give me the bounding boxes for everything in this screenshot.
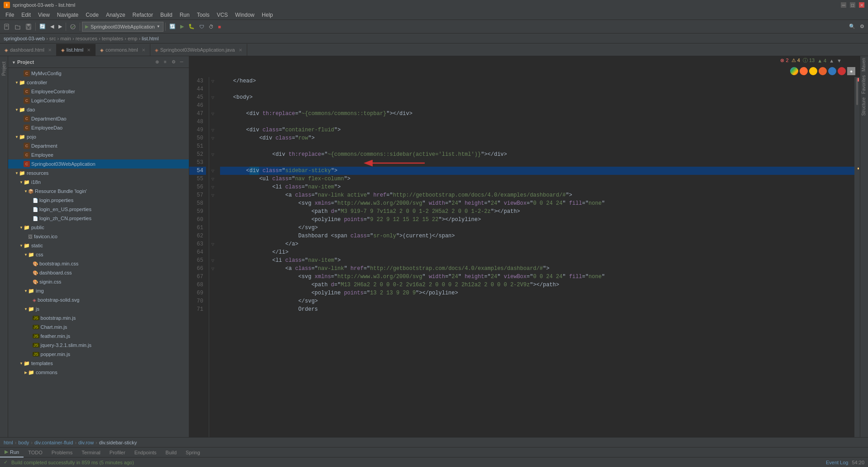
code-content[interactable]: </head> <body> <div th:replace="~{common… (216, 77, 860, 437)
back-button[interactable]: ◀ (48, 22, 56, 32)
breadcrumb-item-src[interactable]: src (49, 36, 56, 41)
tree-item-login-props[interactable]: 📄 login.properties (8, 196, 189, 205)
bb-html[interactable]: html (4, 440, 13, 445)
scroll-up-icon[interactable]: ▲ (829, 58, 834, 63)
scroll-down-icon[interactable]: ▼ (837, 58, 842, 63)
browser-icon-1[interactable] (790, 67, 798, 75)
fold-btn-52[interactable]: ▽ (209, 150, 216, 159)
search-everywhere-button[interactable]: 🔍 (847, 22, 857, 32)
tree-item-chart-js[interactable]: JS Chart.min.js (8, 323, 189, 332)
fold-btn-55[interactable]: ▽ (209, 175, 216, 183)
tree-item-feather-js[interactable]: JS feather.min.js (8, 332, 189, 341)
fold-btn-43[interactable]: ▽ (209, 77, 216, 85)
breadcrumb-item-project[interactable]: springboot-03-web (4, 36, 45, 41)
tree-item-logincontroller[interactable]: C LoginController (8, 96, 189, 105)
menu-analyze[interactable]: Analyze (102, 11, 129, 19)
tree-item-controller[interactable]: ▼ 📁 controller (8, 78, 189, 87)
tree-item-mymvcconfig[interactable]: C MyMvcConfig (8, 69, 189, 78)
menu-help[interactable]: Help (258, 11, 277, 19)
favorites-panel-button[interactable]: Favorites (860, 73, 868, 96)
tree-item-departmentdao[interactable]: C DepartmentDao (8, 114, 189, 123)
minimize-button[interactable]: ─ (841, 2, 846, 8)
tab-close-commons[interactable]: ✕ (142, 48, 145, 53)
tab-close-list[interactable]: ✕ (87, 48, 91, 53)
menu-window[interactable]: Window (231, 11, 258, 19)
tree-item-employeedao[interactable]: C EmployeeDao (8, 123, 189, 132)
code-editor[interactable]: 43 44 45 46 47 48 49 50 51 52 53 54 55 5… (189, 56, 860, 437)
project-tool-button[interactable]: Project (0, 60, 7, 77)
fold-btn-45[interactable]: ▽ (209, 93, 216, 101)
fold-btn-63[interactable]: ▽ (209, 240, 216, 248)
tree-item-bundle[interactable]: ▼ 📦 Resource Bundle 'login' (8, 187, 189, 196)
new-file-button[interactable] (2, 22, 12, 32)
maximize-button[interactable]: □ (850, 2, 855, 8)
bottom-tab-problems[interactable]: Problems (47, 448, 77, 457)
bb-row[interactable]: div.row (78, 440, 94, 445)
bb-container[interactable]: div.container-fluid (34, 440, 73, 445)
close-button[interactable]: ✕ (859, 2, 864, 8)
structure-panel-button[interactable]: Structure (860, 96, 868, 118)
tree-item-public[interactable]: ▼ 📁 public (8, 223, 189, 232)
menu-navigate[interactable]: Navigate (53, 11, 82, 19)
tree-item-bootstrap-js[interactable]: JS bootstrap.min.js (8, 313, 189, 323)
tree-item-static[interactable]: ▼ 📁 static (8, 241, 189, 250)
bottom-tab-profiler[interactable]: Profiler (105, 448, 130, 457)
tree-item-department[interactable]: C Department (8, 141, 189, 150)
bottom-tab-todo[interactable]: TODO (24, 448, 47, 457)
save-button[interactable] (24, 22, 34, 32)
sync-button[interactable]: 🔄 (38, 22, 48, 32)
tree-item-signin-css[interactable]: 🎨 signin.css (8, 277, 189, 286)
tree-item-dashboard-css[interactable]: 🎨 dashboard.css (8, 268, 189, 277)
tree-item-popper-js[interactable]: JS popper.min.js (8, 350, 189, 359)
tree-item-css[interactable]: ▼ 📁 css (8, 250, 189, 259)
tree-item-templates[interactable]: ▼ 📁 templates (8, 359, 189, 368)
tree-item-login-zh[interactable]: 📄 login_zh_CN.properties (8, 214, 189, 223)
scope-button[interactable]: ⊕ (153, 58, 161, 66)
tab-commons[interactable]: ◈ commons.html ✕ (96, 44, 150, 56)
menu-view[interactable]: View (34, 11, 53, 19)
project-selector[interactable]: ▶ Springboot03WebApplication ▼ (82, 22, 163, 32)
bottom-tab-terminal[interactable]: Terminal (77, 448, 105, 457)
menu-code[interactable]: Code (82, 11, 102, 19)
tree-item-js[interactable]: ▼ 📁 js (8, 304, 189, 313)
tree-item-login-en[interactable]: 📄 login_en_US.properties (8, 205, 189, 214)
bb-body[interactable]: body (18, 440, 29, 445)
tab-close-dashboard[interactable]: ✕ (48, 48, 52, 53)
fold-btn-57[interactable]: ▽ (209, 191, 216, 199)
tree-item-employee[interactable]: C Employee (8, 150, 189, 159)
menu-refactor[interactable]: Refactor (129, 11, 157, 19)
settings-button[interactable]: ⚙ (858, 22, 866, 32)
fold-btn-47[interactable]: ▽ (209, 110, 216, 118)
select-file-button[interactable] (68, 22, 78, 32)
tab-dashboard[interactable]: ◈ dashboard.html ✕ (0, 44, 57, 56)
bottom-tab-endpoints[interactable]: Endpoints (130, 448, 161, 457)
menu-run[interactable]: Run (176, 11, 193, 19)
bottom-tab-spring[interactable]: Spring (181, 448, 205, 457)
stop-button[interactable]: ■ (216, 22, 223, 32)
settings-panel-button[interactable]: ⚙ (170, 58, 177, 66)
breadcrumb-item-emp[interactable]: emp (128, 36, 137, 41)
tab-list[interactable]: ◈ list.html ✕ (57, 44, 96, 56)
menu-file[interactable]: File (2, 11, 18, 19)
menu-build[interactable]: Build (157, 11, 176, 19)
breadcrumb-item-main[interactable]: main (60, 36, 71, 41)
reload-button[interactable]: 🔃 (168, 22, 177, 32)
tree-item-employeecontroller[interactable]: C EmployeeController (8, 87, 189, 96)
tree-item-i18n[interactable]: ▼ 📁 i18n (8, 178, 189, 187)
breadcrumb-item-file[interactable]: list.html (142, 36, 158, 41)
tab-close-springboot[interactable]: ✕ (239, 48, 242, 53)
browser-icon-4[interactable] (819, 67, 827, 75)
menu-tools[interactable]: Tools (193, 11, 213, 19)
tree-item-img[interactable]: ▼ 📁 img (8, 286, 189, 295)
tree-item-jquery-js[interactable]: JS jquery-3.2.1.slim.min.js (8, 341, 189, 350)
bb-sidebar-sticky[interactable]: div.sidebar-sticky (99, 440, 137, 445)
profile-button[interactable]: ⏱ (207, 22, 216, 32)
open-button[interactable] (13, 22, 23, 32)
fold-btn-66[interactable]: ▽ (209, 265, 216, 273)
fold-btn-50[interactable]: ▽ (209, 134, 216, 142)
tree-item-springbootapp[interactable]: C Springboot03WebApplication (8, 159, 189, 169)
breadcrumb-item-templates[interactable]: templates (102, 36, 124, 41)
browser-icon-5[interactable] (828, 67, 836, 75)
tree-item-dao[interactable]: ▼ 📁 dao (8, 105, 189, 114)
bottom-tab-run[interactable]: ▶ Run (0, 448, 24, 457)
